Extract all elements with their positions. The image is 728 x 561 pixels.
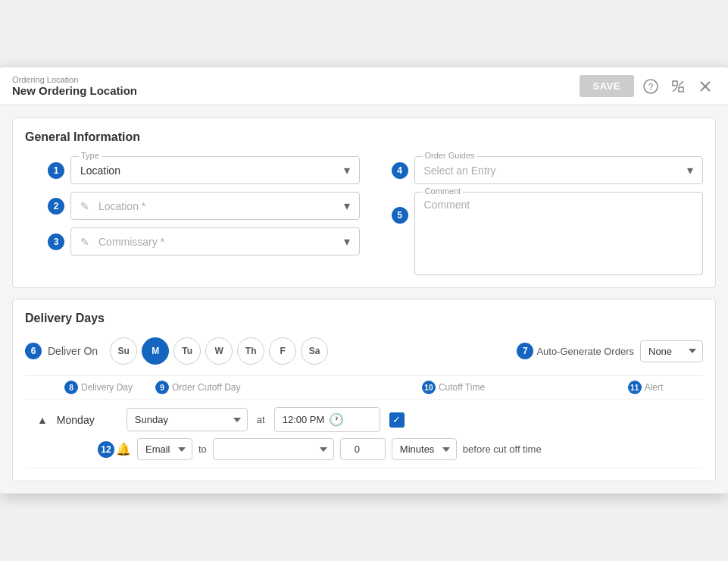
location-dropdown-arrow: ▾ bbox=[344, 199, 350, 213]
time-value: 12:00 PM bbox=[283, 414, 325, 425]
monday-cutoff-day-select[interactable]: Sunday Monday Tuesday bbox=[127, 408, 248, 431]
day-button-sa[interactable]: Sa bbox=[301, 337, 328, 365]
alert-to-select[interactable] bbox=[213, 438, 334, 460]
monday-day-name: Monday bbox=[57, 414, 117, 426]
location-field[interactable]: ✎ Location * ▾ bbox=[70, 192, 360, 220]
step-badge-7: 7 bbox=[517, 343, 533, 359]
svg-line-4 bbox=[673, 87, 677, 92]
step-badge-11: 11 bbox=[628, 381, 642, 394]
location-edit-icon: ✎ bbox=[80, 200, 89, 212]
help-button[interactable]: ? bbox=[640, 76, 661, 97]
commissary-edit-icon: ✎ bbox=[80, 236, 89, 248]
monday-delivery-row: ▲ Monday Sunday Monday Tuesday at 12:00 … bbox=[25, 400, 703, 469]
step-badge-3: 3 bbox=[48, 233, 64, 250]
comment-placeholder: Comment bbox=[424, 199, 470, 211]
type-field-content: Location ▾ bbox=[80, 163, 350, 177]
day-button-f[interactable]: F bbox=[269, 337, 296, 365]
step-badge-8: 8 bbox=[64, 381, 78, 394]
delivery-section-title: Delivery Days bbox=[25, 312, 703, 325]
modal-header: Ordering Location New Ordering Location … bbox=[0, 67, 728, 105]
modal-container: Ordering Location New Ordering Location … bbox=[0, 67, 728, 494]
day-button-th[interactable]: Th bbox=[237, 337, 264, 365]
order-guides-label: Order Guides bbox=[423, 151, 477, 160]
day-button-w[interactable]: W bbox=[205, 337, 233, 365]
order-guides-placeholder: Select an Entry bbox=[424, 165, 496, 177]
day-buttons-group: Su M Tu W Th F Sa bbox=[110, 337, 328, 365]
commissary-dropdown-arrow: ▾ bbox=[344, 234, 350, 249]
header-titles: Ordering Location New Ordering Location bbox=[12, 75, 137, 97]
svg-rect-2 bbox=[673, 81, 677, 86]
col-header-order-cutoff-day: 9 Order Cutoff Day bbox=[140, 382, 307, 393]
step-badge-5: 5 bbox=[392, 207, 408, 224]
comment-field-group: 5 Comment Comment bbox=[392, 192, 704, 275]
general-information-section: General Information 1 Type Location ▾ bbox=[12, 118, 716, 288]
expand-button[interactable] bbox=[667, 76, 689, 97]
location-field-group: 2 ✎ Location * ▾ bbox=[48, 192, 360, 220]
order-guides-field-group: 4 Order Guides Select an Entry ▾ bbox=[392, 156, 704, 184]
general-grid: 1 Type Location ▾ 2 bbox=[25, 156, 703, 275]
location-field-content: ✎ Location * ▾ bbox=[80, 199, 350, 213]
col-header-alert: 11 Alert bbox=[600, 382, 691, 393]
clock-icon: 🕐 bbox=[329, 412, 344, 427]
commissary-placeholder: Commissary * bbox=[98, 236, 164, 248]
type-field-group: 1 Type Location ▾ bbox=[48, 156, 360, 184]
step-badge-1: 1 bbox=[48, 162, 64, 179]
comment-label: Comment bbox=[423, 186, 464, 196]
modal-subtitle: Ordering Location bbox=[12, 75, 137, 84]
deliver-on-row: 6 Deliver On Su M Tu W Th F Sa 7 Auto-Ge… bbox=[25, 337, 703, 365]
step-badge-4: 4 bbox=[392, 162, 408, 179]
comment-field[interactable]: Comment Comment bbox=[414, 192, 704, 275]
order-guides-field[interactable]: Order Guides Select an Entry ▾ bbox=[414, 156, 704, 184]
modal-title: New Ordering Location bbox=[12, 84, 137, 97]
svg-text:?: ? bbox=[648, 82, 654, 92]
bell-icon: 🔔 bbox=[116, 442, 131, 456]
location-placeholder: Location * bbox=[98, 200, 145, 212]
monday-expand-button[interactable]: ▲ bbox=[37, 414, 48, 426]
step-badge-10: 10 bbox=[422, 381, 436, 394]
type-field[interactable]: Type Location ▾ bbox=[70, 156, 360, 184]
commissary-field-content: ✎ Commissary * ▾ bbox=[80, 234, 350, 249]
step-badge-12: 12 bbox=[98, 441, 114, 458]
col-header-delivery-day: 8 Delivery Day bbox=[64, 382, 140, 393]
type-value: Location bbox=[80, 165, 120, 177]
alert-amount-input[interactable] bbox=[340, 438, 386, 460]
day-button-su[interactable]: Su bbox=[110, 337, 137, 365]
general-section-title: General Information bbox=[25, 130, 703, 144]
type-dropdown-arrow: ▾ bbox=[344, 163, 350, 177]
monday-row-main: ▲ Monday Sunday Monday Tuesday at 12:00 … bbox=[37, 407, 691, 432]
day-button-m[interactable]: M bbox=[142, 337, 169, 365]
header-actions: SAVE ? bbox=[580, 75, 716, 97]
general-right-col: 4 Order Guides Select an Entry ▾ 5 bbox=[369, 156, 704, 275]
time-field[interactable]: 12:00 PM 🕐 bbox=[274, 407, 380, 432]
auto-generate-group: 7 Auto-Generate Orders None Daily Weekly bbox=[517, 340, 703, 362]
alert-checkbox[interactable]: ✓ bbox=[389, 412, 405, 428]
delivery-days-section: Delivery Days 6 Deliver On Su M Tu W Th … bbox=[12, 299, 716, 481]
alert-type-select[interactable]: Email SMS bbox=[137, 438, 192, 460]
col-header-cutoff-time: 10 Cutoff Time bbox=[307, 382, 600, 393]
order-guides-content: Select an Entry ▾ bbox=[424, 163, 694, 177]
commissary-field[interactable]: ✎ Commissary * ▾ bbox=[70, 227, 360, 255]
before-cutoff-label: before cut off time bbox=[463, 443, 542, 455]
deliver-on-label: Deliver On bbox=[48, 345, 98, 357]
commissary-field-group: 3 ✎ Commissary * ▾ bbox=[48, 227, 360, 255]
save-button[interactable]: SAVE bbox=[580, 75, 634, 97]
step-badge-6: 6 bbox=[25, 343, 42, 359]
close-button[interactable] bbox=[695, 76, 716, 97]
column-headers: 8 Delivery Day 9 Order Cutoff Day 10 Cut… bbox=[25, 375, 703, 400]
step-badge-9: 9 bbox=[155, 381, 169, 394]
auto-generate-select[interactable]: None Daily Weekly bbox=[640, 340, 703, 362]
general-left-col: 1 Type Location ▾ 2 bbox=[25, 156, 360, 275]
alert-unit-select[interactable]: Minutes Hours bbox=[392, 438, 457, 460]
to-label: to bbox=[198, 443, 207, 455]
auto-generate-label: Auto-Generate Orders bbox=[536, 346, 634, 357]
order-guides-arrow: ▾ bbox=[687, 163, 693, 177]
svg-line-5 bbox=[679, 81, 683, 86]
step-badge-2: 2 bbox=[48, 198, 64, 215]
type-label: Type bbox=[79, 151, 102, 160]
alert-sub-row: 12 🔔 Email SMS to Minutes Hours bbox=[37, 438, 691, 460]
at-label: at bbox=[257, 414, 265, 425]
modal-body: General Information 1 Type Location ▾ bbox=[0, 105, 728, 494]
day-button-tu[interactable]: Tu bbox=[173, 337, 201, 365]
svg-rect-3 bbox=[679, 87, 683, 92]
